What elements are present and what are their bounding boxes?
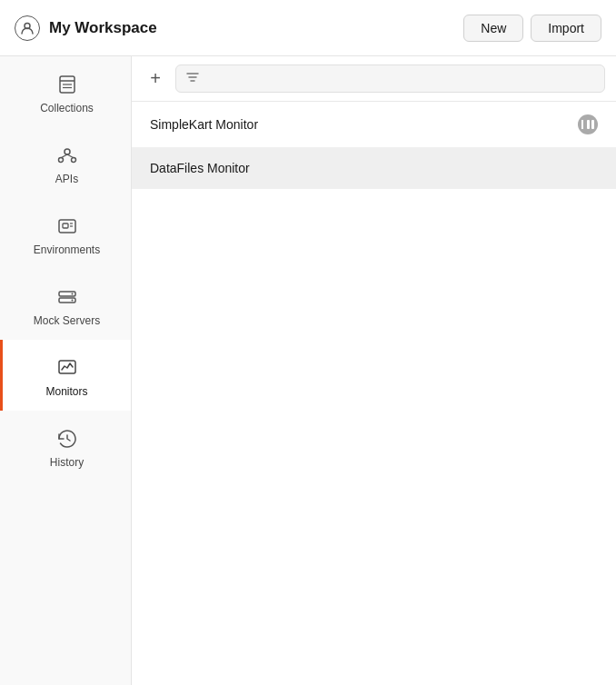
new-button[interactable]: New: [463, 15, 523, 42]
svg-point-6: [58, 158, 63, 163]
header-left: My Workspace: [15, 15, 463, 41]
avatar-icon: [15, 15, 40, 41]
svg-point-17: [71, 300, 73, 302]
import-button[interactable]: Import: [531, 15, 601, 42]
svg-point-5: [65, 149, 70, 154]
filter-bar[interactable]: [175, 65, 605, 93]
pause-badge: [578, 114, 598, 134]
svg-rect-10: [59, 220, 75, 233]
content-area: + SimpleKart Monitor: [132, 56, 616, 685]
monitor-list: SimpleKart Monitor DataFiles Monitor: [132, 102, 616, 685]
monitors-toolbar: +: [132, 56, 616, 102]
filter-icon: [185, 70, 200, 87]
monitor-item-datafiles[interactable]: DataFiles Monitor: [132, 148, 616, 189]
sidebar-item-collections[interactable]: Collections: [0, 56, 131, 127]
header-buttons: New Import: [463, 15, 601, 42]
svg-line-9: [67, 154, 74, 158]
sidebar-item-history[interactable]: History: [0, 411, 131, 481]
sidebar-item-environments[interactable]: Environments: [0, 198, 131, 269]
svg-line-8: [61, 154, 67, 158]
collections-icon: [55, 73, 79, 96]
environments-icon: [55, 214, 79, 238]
sidebar-item-mock-servers[interactable]: Mock Servers: [0, 269, 131, 340]
main-layout: Collections APIs: [0, 56, 616, 685]
monitors-icon: [55, 356, 79, 380]
sidebar-item-history-label: History: [50, 456, 84, 469]
pause-icon: [587, 120, 594, 129]
sidebar-item-environments-label: Environments: [34, 243, 100, 256]
sidebar-item-apis[interactable]: APIs: [0, 127, 131, 198]
monitor-item-datafiles-name: DataFiles Monitor: [150, 161, 598, 175]
workspace-title: My Workspace: [49, 19, 157, 37]
sidebar-item-collections-label: Collections: [40, 102, 94, 114]
mock-servers-icon: [55, 285, 79, 309]
svg-point-16: [71, 293, 73, 295]
sidebar-item-mock-servers-label: Mock Servers: [34, 314, 100, 327]
svg-rect-11: [63, 223, 68, 228]
header: My Workspace New Import: [0, 0, 616, 56]
history-icon: [55, 427, 79, 451]
sidebar: Collections APIs: [0, 56, 132, 685]
add-monitor-button[interactable]: +: [143, 66, 168, 92]
apis-icon: [55, 144, 79, 167]
sidebar-item-monitors-label: Monitors: [45, 385, 87, 398]
pause-bar-right: [591, 120, 594, 129]
sidebar-item-monitors[interactable]: Monitors: [0, 340, 131, 411]
svg-point-7: [71, 158, 75, 163]
pause-bar-left: [587, 120, 590, 129]
sidebar-item-apis-label: APIs: [55, 173, 78, 185]
monitor-item-simplekart[interactable]: SimpleKart Monitor: [132, 102, 616, 148]
monitor-item-simplekart-name: SimpleKart Monitor: [150, 117, 578, 132]
